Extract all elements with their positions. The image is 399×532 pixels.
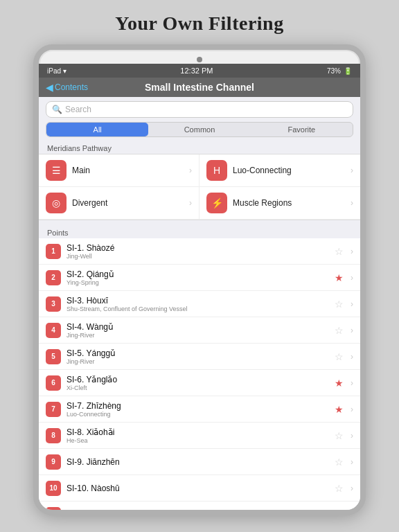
point-row-chevron: ›	[351, 484, 353, 493]
point-row[interactable]: 4SI-4. WàngǔJing-River☆›	[39, 317, 360, 344]
pathway-divergent-label: Divergent	[72, 198, 107, 208]
nav-back-button[interactable]: ◀ Contents	[46, 82, 88, 93]
pathway-grid: ☰ Main › H Luo-Connecting › ◎ Divergent …	[39, 154, 360, 220]
point-star-icon[interactable]: ☆	[335, 325, 344, 336]
content-area: 🔍 Search All Common Favorite Meridians P…	[39, 97, 360, 510]
point-row-chevron: ›	[351, 378, 353, 388]
pathway-divergent-chevron: ›	[189, 198, 192, 208]
search-input-wrapper[interactable]: 🔍 Search	[46, 101, 353, 118]
battery-icon: 🔋	[344, 67, 352, 75]
point-row-chevron: ›	[351, 299, 353, 309]
point-text-block: SI-8. XiǎohǎiHe-Sea	[66, 427, 329, 444]
points-section-header: Points	[39, 226, 360, 238]
point-row[interactable]: 2SI-2. QiángǔYing-Spring★›	[39, 265, 360, 291]
point-row[interactable]: 8SI-8. XiǎohǎiHe-Sea☆›	[39, 423, 360, 449]
point-star-icon[interactable]: ★	[335, 404, 344, 415]
point-name: SI-11. Tiānzōng	[66, 510, 329, 511]
point-number-badge: 1	[46, 244, 61, 259]
point-subtitle: Jing-Well	[66, 253, 329, 260]
point-subtitle: He-Sea	[66, 437, 329, 444]
pathway-luo-label: Luo-Connecting	[233, 166, 292, 175]
point-row[interactable]: 11SI-11. Tiānzōng☆›	[39, 502, 360, 510]
point-name: SI-8. Xiǎohǎi	[66, 427, 329, 437]
point-subtitle: Xi-Cleft	[66, 384, 329, 391]
point-subtitle: Jing-River	[66, 358, 329, 365]
search-placeholder: Search	[65, 105, 91, 114]
point-row-chevron: ›	[351, 273, 353, 283]
point-row[interactable]: 7SI-7. ZhīzhèngLuo-Connecting★›	[39, 396, 360, 423]
point-star-icon[interactable]: ☆	[335, 456, 344, 468]
nav-bar: ◀ Contents Small Intestine Channel	[39, 78, 360, 97]
search-bar: 🔍 Search	[39, 97, 360, 122]
point-row[interactable]: 6SI-6. YǎnglǎoXi-Cleft★›	[39, 370, 360, 396]
point-subtitle: Shu-Stream, Confluent of Governing Vesse…	[66, 305, 329, 312]
pathway-muscle-chevron: ›	[351, 198, 353, 208]
segment-favorite[interactable]: Favorite	[251, 123, 353, 136]
point-row-chevron: ›	[351, 326, 353, 335]
segment-common[interactable]: Common	[148, 123, 250, 136]
point-number-badge: 5	[46, 349, 61, 364]
pathway-muscle-icon: ⚡	[206, 193, 227, 213]
pathway-divergent[interactable]: ◎ Divergent ›	[39, 187, 200, 220]
point-star-icon[interactable]: ★	[335, 378, 344, 389]
point-name: SI-4. Wàngǔ	[66, 322, 329, 332]
pathway-main[interactable]: ☰ Main ›	[39, 154, 200, 187]
segment-all[interactable]: All	[46, 123, 148, 136]
nav-title: Small Intestine Channel	[145, 82, 254, 93]
point-star-icon[interactable]: ☆	[335, 299, 344, 310]
point-row-chevron: ›	[351, 510, 353, 511]
battery-label: 73%	[327, 67, 341, 75]
point-subtitle: Ying-Spring	[66, 279, 329, 286]
point-number-badge: 4	[46, 323, 61, 338]
point-row-chevron: ›	[351, 405, 353, 414]
point-number-badge: 7	[46, 402, 61, 417]
point-row[interactable]: 10SI-10. Nàoshū☆›	[39, 475, 360, 502]
point-name: SI-3. Hòuxī	[66, 296, 329, 305]
point-number-badge: 10	[46, 481, 61, 496]
point-name: SI-10. Nàoshū	[66, 484, 329, 493]
point-name: SI-2. Qiángǔ	[66, 269, 329, 279]
point-row[interactable]: 9SI-9. Jiānzhēn☆›	[39, 449, 360, 475]
point-name: SI-7. Zhīzhèng	[66, 401, 329, 411]
segment-control: All Common Favorite	[46, 122, 353, 137]
point-text-block: SI-6. YǎnglǎoXi-Cleft	[66, 375, 329, 391]
point-number-badge: 2	[46, 270, 61, 285]
point-star-icon[interactable]: ★	[335, 272, 344, 283]
points-list: 1SI-1. ShàozéJing-Well☆›2SI-2. QiángǔYin…	[39, 238, 360, 510]
pathway-muscle-label: Muscle Regions	[233, 198, 292, 208]
point-name: SI-9. Jiānzhēn	[66, 457, 329, 467]
point-number-badge: 6	[46, 375, 61, 391]
nav-back-label: Contents	[55, 82, 88, 92]
point-star-icon[interactable]: ☆	[335, 246, 344, 257]
pathway-luo[interactable]: H Luo-Connecting ›	[200, 154, 360, 187]
point-text-block: SI-1. ShàozéJing-Well	[66, 243, 329, 260]
point-row[interactable]: 3SI-3. HòuxīShu-Stream, Confluent of Gov…	[39, 291, 360, 317]
status-ipad-label: iPad ▾	[47, 67, 66, 75]
pathway-muscle[interactable]: ⚡ Muscle Regions ›	[200, 187, 360, 220]
point-row[interactable]: 1SI-1. ShàozéJing-Well☆›	[39, 238, 360, 265]
status-bar-left: iPad ▾	[47, 67, 66, 75]
point-row-chevron: ›	[351, 247, 353, 256]
point-text-block: SI-7. ZhīzhèngLuo-Connecting	[66, 401, 329, 418]
status-bar: iPad ▾ 12:32 PM 73% 🔋	[39, 64, 360, 78]
point-row-chevron: ›	[351, 431, 353, 441]
list-container: Meridians Pathway ☰ Main › H Luo-Connect…	[39, 141, 360, 510]
point-text-block: SI-11. Tiānzōng	[66, 510, 329, 511]
point-text-block: SI-9. Jiānzhēn	[66, 457, 329, 467]
point-text-block: SI-5. YánggǔJing-River	[66, 348, 329, 365]
point-star-icon[interactable]: ☆	[335, 509, 344, 511]
point-star-icon[interactable]: ☆	[335, 430, 344, 441]
pathway-main-icon: ☰	[46, 160, 66, 181]
point-subtitle: Jing-River	[66, 332, 329, 339]
point-row-chevron: ›	[351, 352, 353, 362]
point-star-icon[interactable]: ☆	[335, 351, 344, 362]
point-number-badge: 8	[46, 428, 61, 443]
point-star-icon[interactable]: ☆	[335, 483, 344, 494]
point-number-badge: 11	[46, 507, 61, 511]
point-text-block: SI-10. Nàoshū	[66, 484, 329, 493]
search-icon: 🔍	[52, 105, 62, 114]
meridians-section-header: Meridians Pathway	[39, 141, 360, 154]
point-row[interactable]: 5SI-5. YánggǔJing-River☆›	[39, 344, 360, 370]
tablet-frame: iPad ▾ 12:32 PM 73% 🔋 ◀ Contents Small I…	[33, 44, 366, 515]
point-number-badge: 3	[46, 296, 61, 312]
